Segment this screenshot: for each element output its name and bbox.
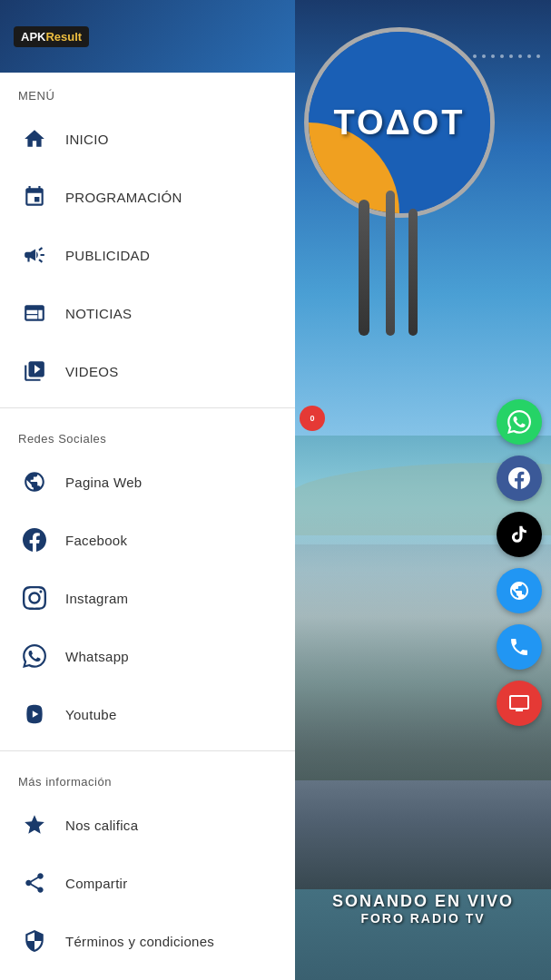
menu-item-whatsapp[interactable]: Whatsapp <box>0 627 295 685</box>
star-icon <box>18 808 51 841</box>
social-section-label: Redes Sociales <box>0 416 295 453</box>
shield-icon <box>18 925 51 957</box>
equipment-area <box>340 181 449 363</box>
menu-item-publicidad[interactable]: PUBLICIDAD <box>0 226 295 284</box>
social-tiktok-btn[interactable] <box>497 512 542 557</box>
menu-item-youtube[interactable]: Youtube <box>0 685 295 743</box>
menu-item-noticias[interactable]: NOTICIAS <box>0 284 295 342</box>
video-icon <box>18 355 51 387</box>
divider-1 <box>0 407 295 408</box>
live-text-line1: SONANDO EN VIVO <box>295 892 551 911</box>
divider-2 <box>0 750 295 751</box>
menu-item-terminos[interactable]: Términos y condiciones <box>0 912 295 970</box>
social-tv-btn[interactable] <box>497 681 542 726</box>
menu-label-terminos: Términos y condiciones <box>65 934 214 949</box>
home-icon <box>18 122 51 155</box>
globe-icon <box>18 466 51 498</box>
apk-badge: APKResult <box>14 26 89 47</box>
instagram-icon <box>18 582 51 614</box>
menu-item-compartir[interactable]: Compartir <box>0 854 295 912</box>
social-whatsapp-btn[interactable] <box>497 399 542 445</box>
menu-label-videos: VIDEOS <box>65 364 118 379</box>
menu-label-noticias: NOTICIAS <box>65 306 132 321</box>
social-web-btn[interactable] <box>497 568 542 613</box>
menu-label-califica: Nos califica <box>65 818 138 833</box>
info-section-label: Más información <box>0 759 295 796</box>
menu-label-publicidad: PUBLICIDAD <box>65 248 150 263</box>
menu-label-inicio: INICIO <box>65 132 109 147</box>
menu-item-facebook[interactable]: Facebook <box>0 511 295 569</box>
live-badge: 0 <box>300 406 325 431</box>
menu-label-programacion: PROGRAMACIÓN <box>65 190 182 205</box>
logo-text: ΤΟΔΟΤ <box>333 103 465 142</box>
whatsapp-icon <box>18 640 51 672</box>
menu-item-programacion[interactable]: PROGRAMACIÓN <box>0 168 295 226</box>
menu-item-videos[interactable]: VIDEOS <box>0 342 295 400</box>
menu-label-web: Pagina Web <box>65 475 142 490</box>
menu-item-inicio[interactable]: INICIO <box>0 110 295 168</box>
menu-label-compartir: Compartir <box>65 876 128 891</box>
menu-item-quienes[interactable]: Quienes Somos <box>0 970 295 980</box>
live-text-line2: FORO RADIO TV <box>295 911 551 926</box>
menu-item-web[interactable]: Pagina Web <box>0 453 295 511</box>
drawer-menu: APKResult MENÚ INICIO PROGRAMACIÓN PUBLI… <box>0 0 295 980</box>
calendar-icon <box>18 181 51 213</box>
decorative-dots <box>473 54 542 58</box>
bottom-overlay-text: SONANDO EN VIVO FORO RADIO TV <box>295 892 551 926</box>
social-buttons-panel <box>497 399 542 726</box>
youtube-icon <box>18 698 51 730</box>
menu-label-youtube: Youtube <box>65 707 117 722</box>
facebook-icon <box>18 524 51 556</box>
social-phone-btn[interactable] <box>497 624 542 670</box>
share-icon <box>18 867 51 899</box>
menu-label-whatsapp: Whatsapp <box>65 649 129 664</box>
right-panel: ΤΟΔΟΤ 0 <box>295 0 551 980</box>
social-facebook-btn[interactable] <box>497 456 542 501</box>
menu-item-califica[interactable]: Nos califica <box>0 796 295 854</box>
menu-section-label: MENÚ <box>0 73 295 110</box>
menu-label-facebook: Facebook <box>65 533 127 548</box>
menu-label-instagram: Instagram <box>65 591 128 606</box>
news-icon <box>18 297 51 329</box>
drawer-header: APKResult <box>0 0 295 73</box>
megaphone-icon <box>18 239 51 271</box>
menu-item-instagram[interactable]: Instagram <box>0 569 295 627</box>
